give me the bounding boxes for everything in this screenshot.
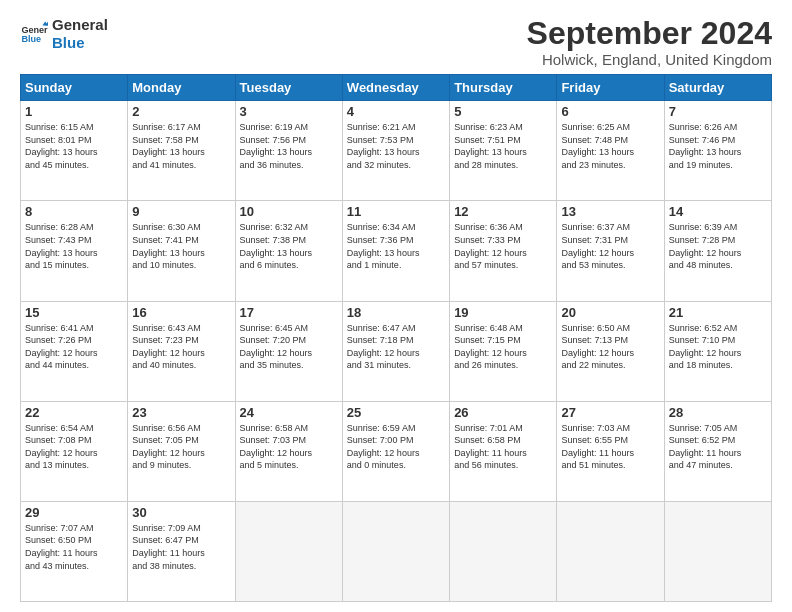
calendar-cell: 5Sunrise: 6:23 AMSunset: 7:51 PMDaylight… (450, 101, 557, 201)
calendar-cell: 20Sunrise: 6:50 AMSunset: 7:13 PMDayligh… (557, 301, 664, 401)
month-title: September 2024 (527, 16, 772, 51)
day-number: 24 (240, 405, 338, 420)
day-number: 26 (454, 405, 552, 420)
calendar-cell: 10Sunrise: 6:32 AMSunset: 7:38 PMDayligh… (235, 201, 342, 301)
day-number: 6 (561, 104, 659, 119)
cell-text: Sunrise: 6:47 AMSunset: 7:18 PMDaylight:… (347, 322, 445, 372)
calendar-week-row-0: 1Sunrise: 6:15 AMSunset: 8:01 PMDaylight… (21, 101, 772, 201)
day-number: 30 (132, 505, 230, 520)
cell-text: Sunrise: 6:54 AMSunset: 7:08 PMDaylight:… (25, 422, 123, 472)
day-number: 7 (669, 104, 767, 119)
calendar-cell (342, 501, 449, 601)
calendar-cell: 19Sunrise: 6:48 AMSunset: 7:15 PMDayligh… (450, 301, 557, 401)
cell-text: Sunrise: 6:43 AMSunset: 7:23 PMDaylight:… (132, 322, 230, 372)
day-number: 4 (347, 104, 445, 119)
cell-text: Sunrise: 6:32 AMSunset: 7:38 PMDaylight:… (240, 221, 338, 271)
calendar-cell: 15Sunrise: 6:41 AMSunset: 7:26 PMDayligh… (21, 301, 128, 401)
cell-text: Sunrise: 6:45 AMSunset: 7:20 PMDaylight:… (240, 322, 338, 372)
day-number: 5 (454, 104, 552, 119)
day-number: 8 (25, 204, 123, 219)
cell-text: Sunrise: 6:34 AMSunset: 7:36 PMDaylight:… (347, 221, 445, 271)
day-number: 3 (240, 104, 338, 119)
logo: General Blue General Blue (20, 16, 108, 52)
day-number: 29 (25, 505, 123, 520)
calendar-cell: 3Sunrise: 6:19 AMSunset: 7:56 PMDaylight… (235, 101, 342, 201)
cell-text: Sunrise: 6:17 AMSunset: 7:58 PMDaylight:… (132, 121, 230, 171)
day-number: 20 (561, 305, 659, 320)
day-number: 19 (454, 305, 552, 320)
svg-text:General: General (21, 25, 48, 35)
day-number: 27 (561, 405, 659, 420)
day-number: 12 (454, 204, 552, 219)
calendar-cell (235, 501, 342, 601)
calendar-header-sunday: Sunday (21, 75, 128, 101)
cell-text: Sunrise: 6:41 AMSunset: 7:26 PMDaylight:… (25, 322, 123, 372)
cell-text: Sunrise: 6:59 AMSunset: 7:00 PMDaylight:… (347, 422, 445, 472)
calendar-cell: 12Sunrise: 6:36 AMSunset: 7:33 PMDayligh… (450, 201, 557, 301)
day-number: 18 (347, 305, 445, 320)
calendar-week-row-3: 22Sunrise: 6:54 AMSunset: 7:08 PMDayligh… (21, 401, 772, 501)
calendar-cell: 22Sunrise: 6:54 AMSunset: 7:08 PMDayligh… (21, 401, 128, 501)
calendar-table: SundayMondayTuesdayWednesdayThursdayFrid… (20, 74, 772, 602)
day-number: 17 (240, 305, 338, 320)
cell-text: Sunrise: 6:30 AMSunset: 7:41 PMDaylight:… (132, 221, 230, 271)
calendar-week-row-1: 8Sunrise: 6:28 AMSunset: 7:43 PMDaylight… (21, 201, 772, 301)
cell-text: Sunrise: 6:26 AMSunset: 7:46 PMDaylight:… (669, 121, 767, 171)
calendar-cell: 27Sunrise: 7:03 AMSunset: 6:55 PMDayligh… (557, 401, 664, 501)
calendar-cell: 13Sunrise: 6:37 AMSunset: 7:31 PMDayligh… (557, 201, 664, 301)
location: Holwick, England, United Kingdom (527, 51, 772, 68)
calendar-header-tuesday: Tuesday (235, 75, 342, 101)
calendar-cell: 29Sunrise: 7:07 AMSunset: 6:50 PMDayligh… (21, 501, 128, 601)
cell-text: Sunrise: 7:03 AMSunset: 6:55 PMDaylight:… (561, 422, 659, 472)
day-number: 13 (561, 204, 659, 219)
cell-text: Sunrise: 6:28 AMSunset: 7:43 PMDaylight:… (25, 221, 123, 271)
calendar-cell: 1Sunrise: 6:15 AMSunset: 8:01 PMDaylight… (21, 101, 128, 201)
calendar-header-thursday: Thursday (450, 75, 557, 101)
calendar-cell: 7Sunrise: 6:26 AMSunset: 7:46 PMDaylight… (664, 101, 771, 201)
cell-text: Sunrise: 6:15 AMSunset: 8:01 PMDaylight:… (25, 121, 123, 171)
calendar-cell: 8Sunrise: 6:28 AMSunset: 7:43 PMDaylight… (21, 201, 128, 301)
calendar-cell: 4Sunrise: 6:21 AMSunset: 7:53 PMDaylight… (342, 101, 449, 201)
header: General Blue General Blue September 2024… (20, 16, 772, 68)
calendar-cell: 26Sunrise: 7:01 AMSunset: 6:58 PMDayligh… (450, 401, 557, 501)
day-number: 22 (25, 405, 123, 420)
calendar-header-monday: Monday (128, 75, 235, 101)
page: General Blue General Blue September 2024… (0, 0, 792, 612)
calendar-header-friday: Friday (557, 75, 664, 101)
day-number: 11 (347, 204, 445, 219)
day-number: 1 (25, 104, 123, 119)
cell-text: Sunrise: 7:05 AMSunset: 6:52 PMDaylight:… (669, 422, 767, 472)
cell-text: Sunrise: 6:56 AMSunset: 7:05 PMDaylight:… (132, 422, 230, 472)
calendar-cell: 9Sunrise: 6:30 AMSunset: 7:41 PMDaylight… (128, 201, 235, 301)
calendar-cell: 25Sunrise: 6:59 AMSunset: 7:00 PMDayligh… (342, 401, 449, 501)
calendar-cell: 17Sunrise: 6:45 AMSunset: 7:20 PMDayligh… (235, 301, 342, 401)
day-number: 15 (25, 305, 123, 320)
cell-text: Sunrise: 6:52 AMSunset: 7:10 PMDaylight:… (669, 322, 767, 372)
cell-text: Sunrise: 6:37 AMSunset: 7:31 PMDaylight:… (561, 221, 659, 271)
day-number: 14 (669, 204, 767, 219)
calendar-cell: 23Sunrise: 6:56 AMSunset: 7:05 PMDayligh… (128, 401, 235, 501)
day-number: 10 (240, 204, 338, 219)
day-number: 28 (669, 405, 767, 420)
calendar-cell (557, 501, 664, 601)
cell-text: Sunrise: 7:07 AMSunset: 6:50 PMDaylight:… (25, 522, 123, 572)
day-number: 9 (132, 204, 230, 219)
calendar-cell: 28Sunrise: 7:05 AMSunset: 6:52 PMDayligh… (664, 401, 771, 501)
calendar-header-row: SundayMondayTuesdayWednesdayThursdayFrid… (21, 75, 772, 101)
cell-text: Sunrise: 6:50 AMSunset: 7:13 PMDaylight:… (561, 322, 659, 372)
calendar-cell (450, 501, 557, 601)
cell-text: Sunrise: 6:19 AMSunset: 7:56 PMDaylight:… (240, 121, 338, 171)
cell-text: Sunrise: 6:23 AMSunset: 7:51 PMDaylight:… (454, 121, 552, 171)
calendar-cell: 6Sunrise: 6:25 AMSunset: 7:48 PMDaylight… (557, 101, 664, 201)
logo-blue: Blue (52, 34, 108, 52)
logo-icon: General Blue (20, 20, 48, 48)
calendar-cell: 18Sunrise: 6:47 AMSunset: 7:18 PMDayligh… (342, 301, 449, 401)
calendar-cell: 21Sunrise: 6:52 AMSunset: 7:10 PMDayligh… (664, 301, 771, 401)
calendar-header-saturday: Saturday (664, 75, 771, 101)
day-number: 16 (132, 305, 230, 320)
day-number: 25 (347, 405, 445, 420)
calendar-cell: 14Sunrise: 6:39 AMSunset: 7:28 PMDayligh… (664, 201, 771, 301)
cell-text: Sunrise: 6:21 AMSunset: 7:53 PMDaylight:… (347, 121, 445, 171)
cell-text: Sunrise: 6:39 AMSunset: 7:28 PMDaylight:… (669, 221, 767, 271)
day-number: 23 (132, 405, 230, 420)
